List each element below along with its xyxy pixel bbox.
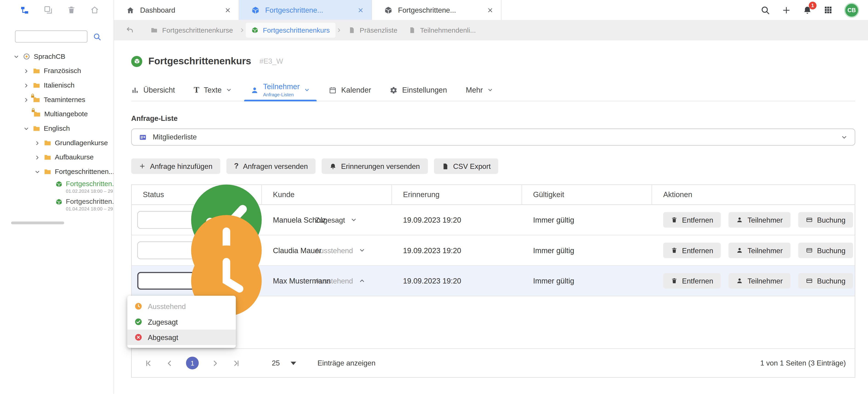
current-page-button[interactable]: 1 <box>186 357 198 369</box>
plus-icon <box>139 163 146 170</box>
button-label: Teilnehmer <box>747 246 782 254</box>
gueltigkeit-cell: Immer gültig <box>522 246 652 254</box>
chevron-right-icon[interactable] <box>23 82 29 88</box>
sidebar-item-grundlagenkurse[interactable]: Grundlagenkurse <box>0 136 114 150</box>
horizontal-scrollbar[interactable] <box>11 221 64 224</box>
status-select-open[interactable]: Ausstehend <box>137 272 251 290</box>
gear-icon <box>390 86 398 94</box>
send-erinnerungen-button[interactable]: Erinnerungen versenden <box>322 158 428 174</box>
sidebar-item-teaminternes[interactable]: Teaminternes <box>0 93 114 107</box>
sidebar-search-input[interactable] <box>15 31 88 43</box>
back-undo-icon[interactable] <box>126 26 134 34</box>
add-anfrage-button[interactable]: Anfrage hinzufügen <box>131 158 220 174</box>
buchung-button[interactable]: Buchung <box>798 212 853 228</box>
main-content: Fortgeschrittenenkurs #E3_W Übersicht T … <box>114 40 868 394</box>
teilnehmer-button[interactable]: Teilnehmer <box>728 243 790 258</box>
entfernen-button[interactable]: Entfernen <box>663 273 721 288</box>
chevron-down-icon[interactable] <box>23 125 29 132</box>
first-page-icon[interactable] <box>144 359 153 368</box>
close-icon[interactable] <box>487 7 493 13</box>
org-target-icon <box>23 53 31 60</box>
tab-fortgeschrittenenkurs-active[interactable]: Fortgeschrittene... <box>239 0 372 20</box>
tab-einstellungen[interactable]: Einstellungen <box>390 79 447 101</box>
sidebar-item-sprachcb[interactable]: SprachCB <box>0 50 114 64</box>
chevron-down-icon[interactable] <box>34 169 40 175</box>
close-icon[interactable] <box>358 7 364 13</box>
buchung-button[interactable]: Buchung <box>798 273 853 288</box>
teilnehmer-button[interactable]: Teilnehmer <box>728 212 790 228</box>
breadcrumb-item-kurse[interactable]: Fortgeschrittenenkurse <box>145 23 239 38</box>
tab-mehr[interactable]: Mehr <box>466 79 494 101</box>
user-avatar[interactable]: CB <box>844 2 859 18</box>
send-anfragen-button[interactable]: ? Anfragen versenden <box>226 158 315 174</box>
sidebar-item-kurs-1[interactable]: Fortgeschritten... 01.02.2024 18:00 – 29… <box>0 179 114 196</box>
chevron-down-icon[interactable] <box>13 54 20 60</box>
copy-icon[interactable] <box>43 5 53 14</box>
home-icon <box>126 6 134 14</box>
chevron-right-icon[interactable] <box>34 140 40 146</box>
chevron-right-icon[interactable] <box>23 68 29 74</box>
apps-grid-icon[interactable] <box>824 5 833 14</box>
sidebar-item-multiangebote[interactable]: Multiangebote <box>0 107 114 121</box>
tab-label: Teilnehmer <box>263 83 300 91</box>
sidebar-item-englisch[interactable]: Englisch <box>0 121 114 136</box>
trash-icon[interactable] <box>67 5 76 14</box>
tab-uebersicht[interactable]: Übersicht <box>131 79 175 101</box>
tab-kalender[interactable]: Kalender <box>329 79 371 101</box>
tab-teilnehmer-active[interactable]: Teilnehmer Anfrage-Listen <box>251 79 310 101</box>
chevron-right-icon <box>239 27 245 33</box>
sidebar-item-italienisch[interactable]: Italienisch <box>0 78 114 93</box>
member-list-icon <box>139 133 147 141</box>
sidebar-item-fortgeschrittenenkurse[interactable]: Fortgeschrittenen... <box>0 164 114 179</box>
course-dates: 01.02.2024 18:00 – 29.0... <box>66 188 114 194</box>
tree-label: Teaminternes <box>43 96 85 103</box>
lock-icon <box>30 93 35 98</box>
option-label: Ausstehend <box>148 302 186 310</box>
status-option-ausstehend[interactable]: Ausstehend <box>127 298 236 314</box>
close-icon[interactable] <box>225 7 231 13</box>
clock-circle-icon <box>134 302 143 310</box>
gueltigkeit-cell: Immer gültig <box>522 277 652 285</box>
entfernen-button[interactable]: Entfernen <box>663 243 721 258</box>
add-icon[interactable] <box>782 5 791 15</box>
status-option-abgesagt[interactable]: Abgesagt <box>127 329 236 345</box>
csv-export-button[interactable]: CSV Export <box>434 158 498 174</box>
sidebar-item-franzoesisch[interactable]: Französisch <box>0 64 114 78</box>
teilnehmer-button[interactable]: Teilnehmer <box>728 273 790 288</box>
sidebar: SprachCB Französisch Italienisch Teamint… <box>0 20 114 394</box>
person-icon <box>737 217 743 223</box>
home-up-icon[interactable] <box>90 5 99 14</box>
sidebar-item-aufbaukurse[interactable]: Aufbaukurse <box>0 150 114 164</box>
prev-page-icon[interactable] <box>165 359 174 368</box>
anfrage-liste-select[interactable]: Mitgliederliste <box>131 128 855 146</box>
tab-fortgeschrittenenkurs-2[interactable]: Fortgeschrittene... <box>372 0 501 20</box>
tree-label: SprachCB <box>34 53 65 60</box>
entfernen-button[interactable]: Entfernen <box>663 212 721 228</box>
breadcrumb-item-praesenzliste[interactable]: Präsenzliste <box>343 23 403 38</box>
last-page-icon[interactable] <box>232 359 241 368</box>
chevron-right-icon[interactable] <box>34 154 40 160</box>
table-footer: 1 25 Einträge anzeigen 1 von 1 Seiten (3… <box>132 348 855 377</box>
breadcrumb-label: Fortgeschrittenenkurs <box>263 26 330 34</box>
tree-view-icon[interactable] <box>20 5 29 15</box>
button-label: Buchung <box>817 216 845 224</box>
sidebar-item-kurs-2[interactable]: Fortgeschritten... 01.04.2024 18:00 – 29… <box>0 196 114 214</box>
notification-badge: 1 <box>809 1 816 9</box>
search-icon[interactable] <box>93 32 101 41</box>
chevron-down-icon <box>226 87 232 93</box>
kunde-cell: Max Mustermann <box>262 277 392 285</box>
tab-dashboard[interactable]: Dashboard <box>114 0 239 20</box>
sidebar-tree: SprachCB Französisch Italienisch Teamint… <box>0 50 114 214</box>
search-icon[interactable] <box>761 5 770 15</box>
breadcrumb-item-teilnehmendenliste[interactable]: Teilnehmendenli... <box>403 23 482 38</box>
breadcrumb-item-kurs-current[interactable]: Fortgeschrittenenkurs <box>246 23 335 38</box>
status-option-zugesagt[interactable]: Zugesagt <box>127 314 236 329</box>
buchung-button[interactable]: Buchung <box>798 243 853 258</box>
notifications-bell-icon[interactable]: 1 <box>803 5 812 15</box>
tab-texte[interactable]: T Texte <box>194 79 232 101</box>
page-size-select[interactable]: 25 <box>272 359 297 367</box>
button-label: Entfernen <box>682 246 713 254</box>
chevron-down-icon <box>841 134 847 140</box>
chevron-right-icon[interactable] <box>23 97 29 103</box>
next-page-icon[interactable] <box>211 359 220 368</box>
